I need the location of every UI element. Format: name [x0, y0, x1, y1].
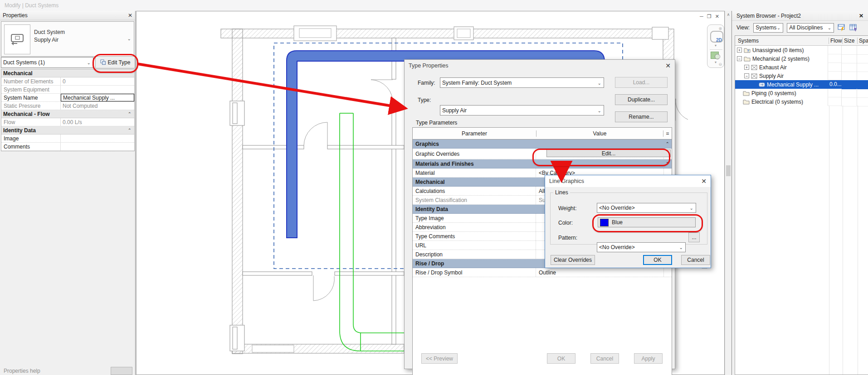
duct-system-icon — [751, 73, 757, 79]
color-button[interactable]: Blue — [598, 217, 696, 227]
color-swatch — [600, 219, 609, 226]
tree-row[interactable]: − Supply Air — [735, 72, 868, 80]
system-browser-close-icon[interactable]: ✕ — [859, 13, 863, 19]
folder-question-icon: ? — [744, 48, 751, 53]
pattern-value: <No Override> — [599, 244, 635, 250]
duplicate-button[interactable]: Duplicate... — [615, 94, 668, 105]
collapse-icon[interactable]: − — [744, 73, 749, 78]
scroll-up-icon[interactable]: ∧ — [725, 12, 731, 17]
app-title: Modify | Duct Systems — [5, 2, 59, 9]
expand-icon[interactable]: + — [737, 48, 742, 53]
tree-row[interactable]: + ? Unassigned (0 items) — [735, 46, 868, 54]
column-settings-icon[interactable] — [849, 24, 858, 32]
type-selector[interactable]: Duct System Supply Air ⌄ — [1, 21, 134, 57]
folder-icon — [743, 99, 750, 105]
collapse-icon[interactable]: − — [737, 56, 742, 61]
svg-text:?: ? — [747, 49, 749, 53]
system-name-field[interactable]: Mechanical Supply ... — [61, 94, 134, 101]
type-properties-titlebar[interactable]: Type Properties ✕ — [405, 60, 675, 72]
duct-system-icon — [751, 65, 757, 70]
properties-help-link[interactable]: Properties help — [4, 368, 40, 374]
grid-row[interactable]: Image — [1, 135, 134, 143]
tree-row[interactable]: − Mechanical (2 systems) — [735, 54, 868, 63]
tree-row-selected[interactable]: Mechanical Supply ... 0.0... — [735, 80, 868, 89]
pattern-label: Pattern: — [558, 235, 577, 241]
expand-icon[interactable]: + — [744, 65, 749, 70]
type-label: Type: — [418, 97, 431, 103]
load-button[interactable]: Load... — [615, 77, 668, 88]
wheel-menu-arrow-icon[interactable]: ▾ — [715, 43, 717, 48]
tree-row[interactable]: + Exhaust Air — [735, 63, 868, 72]
autofit-columns-icon[interactable] — [838, 24, 846, 32]
properties-bottom-button[interactable] — [111, 367, 132, 375]
view-restore-icon[interactable]: ❐ — [707, 14, 712, 19]
type-value: Supply Air — [442, 107, 467, 114]
navigation-bar[interactable]: ⊗ 2D ▾ ▾ ⊖ — [707, 24, 724, 68]
pattern-more-button[interactable]: ... — [688, 232, 700, 242]
table-row[interactable]: Graphic Overrides Edit... — [413, 149, 672, 159]
properties-close-icon[interactable]: ✕ — [128, 12, 132, 19]
view-label: View: — [736, 24, 750, 31]
properties-panel: Properties ✕ Duct System Supply Air ⌄ Du… — [0, 11, 136, 375]
dialog-close-icon[interactable]: ✕ — [701, 178, 707, 185]
view-close-icon[interactable]: ✕ — [715, 14, 719, 19]
view-value: Systems — [756, 24, 776, 31]
properties-panel-title: Properties — [3, 12, 28, 19]
type-combobox[interactable]: Supply Air⌄ — [440, 105, 604, 115]
scrollbar-thumb[interactable] — [726, 165, 731, 176]
collapse-chevron-icon[interactable]: ⌃ — [128, 128, 132, 133]
grid-row[interactable]: Comments — [1, 143, 134, 151]
type-properties-title: Type Properties — [409, 62, 449, 69]
line-graphics-titlebar[interactable]: Line Graphics ✕ — [545, 175, 711, 187]
grid-row[interactable]: System Equipment — [1, 86, 134, 94]
graphic-overrides-edit-button[interactable]: Edit... — [546, 149, 671, 157]
tree-row[interactable]: Electrical (0 systems) — [735, 97, 868, 106]
grid-row[interactable]: System NameMechanical Supply ... — [1, 94, 134, 102]
zoom-menu-arrow-icon[interactable]: ▾ — [715, 60, 717, 64]
cancel-button[interactable]: Cancel — [590, 353, 619, 364]
collapse-chevron-icon[interactable]: ⌃ — [666, 141, 669, 146]
lg-ok-button[interactable]: OK — [643, 255, 672, 265]
table-section[interactable]: Materials and Finishes⌃ — [413, 159, 672, 168]
element-type-combobox[interactable]: Duct Systems (1) ⌄ — [1, 57, 93, 68]
collapse-chevron-icon[interactable]: ⌃ — [666, 161, 669, 166]
discipline-combobox[interactable]: All Disciplines⌄ — [787, 23, 834, 33]
grid-row[interactable]: Static PressureNot Computed — [1, 102, 134, 110]
grid-section[interactable]: Identity Data⌃ — [1, 126, 134, 135]
duct-system-icon — [8, 32, 26, 47]
type-parameters-label: Type Parameters — [416, 120, 457, 126]
rename-button[interactable]: Rename... — [615, 111, 668, 122]
view-combobox[interactable]: Systems⌄ — [753, 23, 783, 33]
apply-button[interactable]: Apply — [634, 353, 663, 364]
grid-section[interactable]: Mechanical⌃ — [1, 69, 134, 77]
view-minimize-icon[interactable]: ─ — [700, 14, 703, 19]
weight-combobox[interactable]: <No Override>⌄ — [597, 203, 696, 213]
edit-type-button[interactable]: Edit Type — [95, 56, 135, 68]
system-browser-titlebar[interactable]: System Browser - Project2 ✕ — [732, 11, 868, 21]
discipline-value: All Disciplines — [789, 24, 823, 31]
wheel-2d-label: 2D — [716, 38, 722, 43]
clear-overrides-button[interactable]: Clear Overrides — [551, 255, 595, 265]
preview-button[interactable]: << Preview — [421, 353, 458, 364]
lg-cancel-button[interactable]: Cancel — [681, 255, 710, 265]
navbar-collapse-icon[interactable]: ⊖ — [718, 62, 722, 67]
collapse-chevron-icon[interactable]: ⌃ — [128, 71, 132, 76]
dialog-close-icon[interactable]: ✕ — [665, 62, 671, 69]
tree-row[interactable]: Piping (0 systems) — [735, 89, 868, 97]
family-combobox[interactable]: System Family: Duct System⌄ — [440, 77, 604, 88]
collapse-chevron-icon[interactable]: ⌃ — [128, 111, 132, 116]
grid-section[interactable]: Mechanical - Flow⌃ — [1, 110, 134, 118]
navbar-close-icon[interactable]: ⊗ — [718, 26, 722, 31]
canvas-vertical-scrollbar[interactable]: ∧ — [725, 11, 731, 375]
grid-row[interactable]: Flow0.00 L/s — [1, 118, 134, 126]
selector-type: Supply Air — [34, 37, 59, 43]
folder-icon — [743, 91, 750, 96]
table-row[interactable]: Rise / Drop SymbolOutline — [413, 268, 672, 277]
pattern-combobox[interactable]: <No Override>⌄ — [597, 242, 686, 252]
lines-group-label: Lines — [553, 189, 570, 196]
ok-button[interactable]: OK — [547, 353, 575, 364]
selector-dropdown-icon[interactable]: ⌄ — [127, 36, 131, 41]
table-section[interactable]: Graphics⌃ — [413, 139, 672, 149]
grid-row[interactable]: Number of Elements0 — [1, 77, 134, 86]
family-label: Family: — [418, 80, 435, 86]
